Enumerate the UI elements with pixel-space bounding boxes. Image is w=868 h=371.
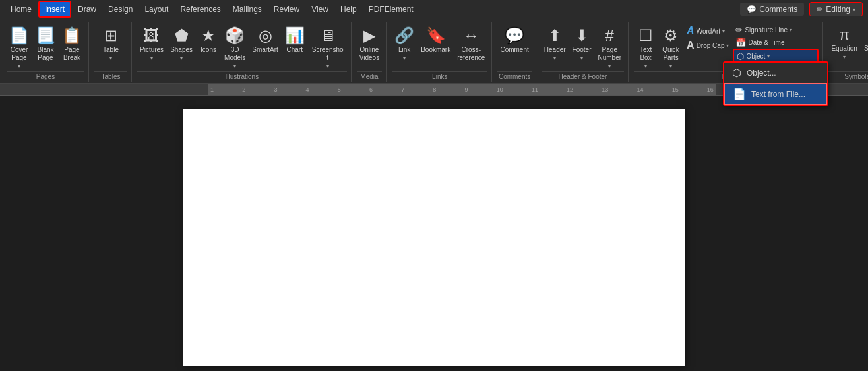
equation-button[interactable]: π Equation ▾ <box>828 24 859 70</box>
online-videos-icon: ▶ <box>363 28 375 43</box>
page-number-button[interactable]: # PageNumber ▾ <box>596 24 625 70</box>
equation-icon: π <box>840 28 850 42</box>
menu-draw[interactable]: Draw <box>73 2 102 16</box>
blank-page-icon: 📃 <box>36 28 55 43</box>
menu-view[interactable]: View <box>306 2 334 16</box>
table-icon: ⊞ <box>104 28 117 43</box>
menu-review[interactable]: Review <box>268 2 305 16</box>
object-menu-item[interactable]: ⬡ Object... <box>724 63 827 83</box>
table-button[interactable]: ⊞ Table ▾ <box>94 24 127 70</box>
menu-help[interactable]: Help <box>335 2 362 16</box>
ribbon-group-pages: 📄 CoverPage ▾ 📃 BlankPage 📋 PageBreak Pa… <box>3 22 89 82</box>
menu-home[interactable]: Home <box>5 2 37 16</box>
chevron-icon: ▾ <box>644 63 647 69</box>
header-button[interactable]: ⬆ Header ▾ <box>542 24 569 70</box>
chevron-icon: ▾ <box>767 53 770 59</box>
icons-button[interactable]: ★ Icons <box>197 24 220 70</box>
symbols-group-items: π Equation ▾ Ω Sym... <box>828 24 868 70</box>
menu-bar: Home Insert Draw Design Layout Reference… <box>0 0 868 18</box>
comments-button[interactable]: 💬 Comments <box>740 3 804 16</box>
menu-references[interactable]: References <box>175 2 226 16</box>
chevron-icon: ▾ <box>326 63 329 69</box>
chevron-icon: ▾ <box>553 55 556 61</box>
comments-group-label: Comments <box>497 71 531 80</box>
shapes-button[interactable]: ⬟ Shapes ▾ <box>168 24 195 70</box>
object-dropdown-menu: ⬡ Object... 📄 Text from File... <box>723 61 828 106</box>
screenshot-icon: 🖥 <box>320 28 336 43</box>
cross-reference-button[interactable]: ↔ Cross-reference <box>454 24 487 70</box>
menu-design[interactable]: Design <box>103 2 138 16</box>
chevron-icon: ▾ <box>233 63 236 69</box>
media-label: Media <box>357 71 382 80</box>
cross-reference-icon: ↔ <box>463 28 479 43</box>
footer-button[interactable]: ⬇ Footer ▾ <box>570 24 594 70</box>
ribbon-group-illustrations: 🖼 Pictures ▾ ⬟ Shapes ▾ ★ Icons 🎲 3DMode… <box>133 22 352 82</box>
text-from-file-menu-item[interactable]: 📄 Text from File... <box>724 83 827 105</box>
object-icon: ⬡ <box>737 51 744 61</box>
signature-line-button[interactable]: ✏ Signature Line ▾ <box>733 24 819 36</box>
editing-button[interactable]: ✏ Editing ▾ <box>809 2 863 16</box>
screenshot-button[interactable]: 🖥 Screenshot ▾ <box>309 24 347 70</box>
3d-models-button[interactable]: 🎲 3DModels ▾ <box>222 24 248 70</box>
header-footer-group-items: ⬆ Header ▾ ⬇ Footer ▾ # PageNumber ▾ <box>542 24 624 70</box>
ribbon-group-header-footer: ⬆ Header ▾ ⬇ Footer ▾ # PageNumber ▾ Hea… <box>538 22 629 82</box>
cover-page-button[interactable]: 📄 CoverPage ▾ <box>7 24 32 70</box>
comment-button[interactable]: 💬 Comment <box>497 24 531 70</box>
menu-mailings[interactable]: Mailings <box>228 2 267 16</box>
chevron-icon: ▾ <box>403 55 406 61</box>
link-button[interactable]: 🔗 Link ▾ <box>392 24 417 70</box>
pictures-button[interactable]: 🖼 Pictures ▾ <box>137 24 166 70</box>
document-area <box>0 96 868 371</box>
quick-parts-button[interactable]: ⚙ QuickParts ▾ <box>659 24 683 70</box>
date-time-button[interactable]: 📅 Date & Time <box>733 36 819 49</box>
page-break-button[interactable]: 📋 PageBreak <box>59 24 84 70</box>
menu-insert[interactable]: Insert <box>38 1 71 18</box>
chevron-icon: ▾ <box>18 63 20 69</box>
chevron-icon: ▾ <box>843 54 846 60</box>
footer-icon: ⬇ <box>575 28 588 43</box>
chevron-icon: ▾ <box>669 63 672 69</box>
bookmark-icon: 🔖 <box>426 28 446 43</box>
chevron-icon: ▾ <box>722 28 725 34</box>
wordart-icon: A <box>687 25 695 37</box>
chevron-icon: ▾ <box>608 63 611 69</box>
blank-page-button[interactable]: 📃 BlankPage <box>33 24 58 70</box>
comments-group-items: 💬 Comment <box>497 24 531 70</box>
pictures-icon: 🖼 <box>144 28 160 43</box>
online-videos-button[interactable]: ▶ OnlineVideos <box>357 24 382 70</box>
text-box-icon: ☐ <box>638 28 653 43</box>
chart-button[interactable]: 📊 Chart <box>282 24 307 70</box>
illustrations-group-items: 🖼 Pictures ▾ ⬟ Shapes ▾ ★ Icons 🎲 3DMode… <box>137 24 347 70</box>
menu-layout[interactable]: Layout <box>139 2 173 16</box>
ribbon-group-comments: 💬 Comment Comments <box>493 22 536 82</box>
tables-label: Tables <box>94 71 127 80</box>
quick-parts-icon: ⚙ <box>664 28 678 43</box>
chevron-icon: ▾ <box>150 55 153 61</box>
smartart-icon: ◎ <box>259 28 272 43</box>
text-box-button[interactable]: ☐ TextBox ▾ <box>634 24 658 70</box>
comment-icon: 💬 <box>747 5 757 14</box>
chevron-icon: ▾ <box>726 43 729 49</box>
smartart-button[interactable]: ◎ SmartArt <box>249 24 280 70</box>
pages-label: Pages <box>7 71 84 80</box>
pages-group-items: 📄 CoverPage ▾ 📃 BlankPage 📋 PageBreak <box>7 24 84 70</box>
drop-cap-icon: A <box>687 40 695 51</box>
chevron-icon: ▾ <box>580 55 583 61</box>
page-number-icon: # <box>605 28 614 43</box>
illustrations-label: Illustrations <box>137 71 347 80</box>
page-break-icon: 📋 <box>62 28 82 43</box>
chart-icon: 📊 <box>285 28 305 43</box>
ribbon-group-symbols: π Equation ▾ Ω Sym... Symbols <box>824 22 868 82</box>
wordart-button[interactable]: A WordArt ▾ <box>684 24 731 38</box>
link-icon: 🔗 <box>394 28 414 43</box>
bookmark-button[interactable]: 🔖 Bookmark <box>418 24 453 70</box>
comment-icon: 💬 <box>505 28 524 43</box>
symbol-button[interactable]: Ω Sym... <box>861 24 868 70</box>
cover-page-icon: 📄 <box>9 28 29 43</box>
ribbon-group-tables: ⊞ Table ▾ Tables <box>90 22 132 82</box>
menu-pdfelement[interactable]: PDFElement <box>363 2 419 16</box>
drop-cap-button[interactable]: A Drop Cap ▾ <box>684 38 731 53</box>
ribbon-group-media: ▶ OnlineVideos Media <box>353 22 387 82</box>
document-page[interactable] <box>183 109 685 366</box>
media-group-items: ▶ OnlineVideos <box>357 24 382 70</box>
